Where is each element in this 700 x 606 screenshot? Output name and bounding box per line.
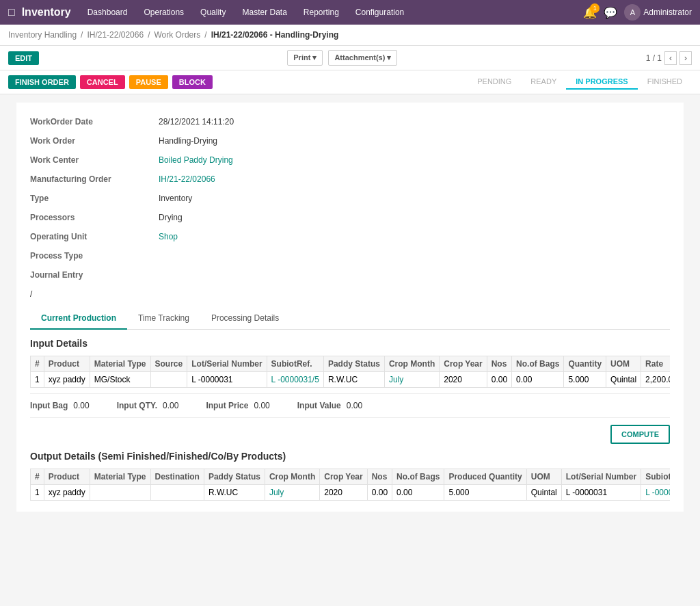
tab-current-production[interactable]: Current Production <box>30 308 127 330</box>
breadcrumb-inventory[interactable]: Inventory Handling <box>8 30 77 40</box>
status-pending: PENDING <box>468 75 521 90</box>
out-col-num: # <box>31 469 44 485</box>
qty-label: Input QTY. <box>117 401 157 410</box>
row-paddy-status: R.W.UC <box>323 372 384 388</box>
nav-quality[interactable]: Quality <box>198 1 228 24</box>
operating-unit-value[interactable]: Shop <box>159 228 364 245</box>
top-right-icons: 🔔 1 💬 A Administrator <box>583 4 692 21</box>
value-value: 0.00 <box>347 401 362 410</box>
work-center-label: Work Center <box>30 152 153 168</box>
out-row-crop-year: 2020 <box>320 485 367 501</box>
pagination-area: 1 / 1 ‹ › <box>646 51 692 65</box>
out-col-crop-month: Crop Month <box>265 469 319 485</box>
main-content: WorkOrder Date 28/12/2021 14:11:20 Work … <box>0 94 700 528</box>
out-row-sublot[interactable]: L -0000031/5 <box>641 485 670 501</box>
row-sublot[interactable]: L -0000031/5 <box>267 372 323 388</box>
print-button[interactable]: Print ▾ <box>287 50 323 66</box>
row-product: xyz paddy <box>44 372 90 388</box>
status-steps: PENDING READY IN PROGRESS FINISHED <box>468 75 692 90</box>
work-order-value: Handling-Drying <box>159 133 364 149</box>
manufacturing-order-label: Manufacturing Order <box>30 171 153 187</box>
top-navigation: □ Inventory Dashboard Operations Quality… <box>0 0 700 25</box>
summary-price: Input Price 0.00 <box>206 401 269 410</box>
order-action-buttons: FINISH ORDER CANCEL PAUSE BLOCK <box>8 75 213 89</box>
attachments-button[interactable]: Attachment(s) ▾ <box>328 50 397 66</box>
col-rate: Rate <box>641 356 670 372</box>
nav-master-data[interactable]: Master Data <box>239 1 289 24</box>
work-center-value[interactable]: Boiled Paddy Drying <box>159 152 364 168</box>
out-row-produced-qty: 5.000 <box>444 485 526 501</box>
print-attach-area: Print ▾ Attachment(s) ▾ <box>287 50 397 66</box>
bag-value: 0.00 <box>73 401 89 410</box>
col-paddy-status: Paddy Status <box>323 356 384 372</box>
manufacturing-order-value[interactable]: IH/21-22/02066 <box>159 171 364 187</box>
row-lot-serial: L -0000031 <box>187 372 267 388</box>
breadcrumb-order[interactable]: IH/21-22/02066 <box>87 30 144 40</box>
work-order-label: Work Order <box>30 133 153 149</box>
input-table: # Product Material Type Source Lot/Seria… <box>30 356 670 388</box>
nav-dashboard[interactable]: Dashboard <box>85 1 131 24</box>
row-source <box>150 372 187 388</box>
row-crop-month: July <box>384 372 439 388</box>
action-bar: EDIT Print ▾ Attachment(s) ▾ 1 / 1 ‹ › <box>0 46 700 70</box>
col-sublot: SubiotRef. <box>267 356 323 372</box>
out-row-nos: 0.00 <box>367 485 392 501</box>
tab-processing-details[interactable]: Processing Details <box>200 308 290 330</box>
bag-label: Input Bag <box>30 401 68 410</box>
breadcrumb-sep1: / <box>81 30 83 40</box>
form-card: WorkOrder Date 28/12/2021 14:11:20 Work … <box>16 103 684 512</box>
compute-area: COMPUTE <box>30 418 670 451</box>
input-summary: Input Bag 0.00 Input QTY. 0.00 Input Pri… <box>30 393 670 418</box>
out-col-sublot: SubiotRef. <box>641 469 670 485</box>
process-type-value <box>159 248 364 264</box>
workorder-date-value: 28/12/2021 14:11:20 <box>159 114 364 130</box>
row-rate: 2,200.00 <box>641 372 670 388</box>
nav-operations[interactable]: Operations <box>141 1 187 24</box>
nav-configuration[interactable]: Configuration <box>353 1 407 24</box>
admin-label: Administrator <box>643 8 692 17</box>
processors-value: Drying <box>159 209 364 226</box>
row-quantity: 5.000 <box>564 372 606 388</box>
edit-area: EDIT <box>8 51 39 65</box>
slash: / <box>30 286 153 302</box>
nav-reporting[interactable]: Reporting <box>301 1 342 24</box>
col-material-type: Material Type <box>90 356 150 372</box>
prev-button[interactable]: ‹ <box>664 51 677 65</box>
process-type-label: Process Type <box>30 248 153 264</box>
block-button[interactable]: BLOCK <box>172 75 213 89</box>
summary-qty: Input QTY. 0.00 <box>117 401 179 410</box>
chat-icon[interactable]: 💬 <box>604 6 617 19</box>
out-row-crop-month: July <box>265 485 319 501</box>
row-uom: Quintal <box>606 372 641 388</box>
qty-value: 0.00 <box>163 401 178 410</box>
cancel-button[interactable]: CANCEL <box>80 75 125 89</box>
form-fields: WorkOrder Date 28/12/2021 14:11:20 Work … <box>30 114 670 302</box>
col-crop-month: Crop Month <box>384 356 439 372</box>
out-col-uom: UOM <box>526 469 561 485</box>
next-button[interactable]: › <box>679 51 692 65</box>
out-row-paddy-status: R.W.UC <box>204 485 265 501</box>
notification-icon[interactable]: 🔔 1 <box>583 6 597 19</box>
out-row-uom: Quintal <box>526 485 561 501</box>
out-col-paddy-status: Paddy Status <box>204 469 265 485</box>
breadcrumb-sep2: / <box>148 30 150 40</box>
input-table-row: 1 xyz paddy MG/Stock L -0000031 L -00000… <box>31 372 671 388</box>
input-section-title: Input Details <box>30 338 670 349</box>
output-table-row: 1 xyz paddy R.W.UC July 2020 0.00 0.00 5… <box>31 485 671 501</box>
breadcrumb-current: IH/21-22/02066 - Handling-Drying <box>211 30 339 40</box>
breadcrumb-workorders[interactable]: Work Orders <box>154 30 200 40</box>
edit-button[interactable]: EDIT <box>8 51 39 65</box>
user-menu[interactable]: A Administrator <box>624 4 692 21</box>
pagination-text: 1 / 1 <box>646 53 662 63</box>
app-grid-icon[interactable]: □ <box>8 6 15 18</box>
breadcrumb: Inventory Handling / IH/21-22/02066 / Wo… <box>0 25 700 46</box>
pause-button[interactable]: PAUSE <box>129 75 168 89</box>
price-value: 0.00 <box>254 401 269 410</box>
operating-unit-label: Operating Unit <box>30 228 153 245</box>
col-source: Source <box>150 356 187 372</box>
out-row-product: xyz paddy <box>44 485 90 501</box>
tab-time-tracking[interactable]: Time Tracking <box>127 308 200 330</box>
finish-order-button[interactable]: FINISH ORDER <box>8 75 76 89</box>
compute-button[interactable]: COMPUTE <box>610 425 670 444</box>
out-row-lot-serial: L -0000031 <box>561 485 641 501</box>
